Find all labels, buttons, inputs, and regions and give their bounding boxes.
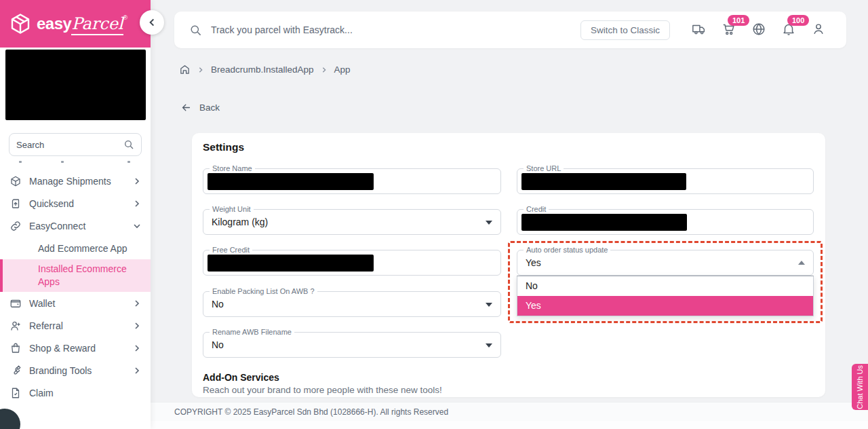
sidebar-item-label: EasyConnect xyxy=(29,221,133,231)
auto-order-status-dropdown: No Yes xyxy=(517,276,814,316)
packing-list-label: Enable Packing List On AWB ? xyxy=(210,287,317,295)
sidebar-item-claim[interactable]: Claim xyxy=(0,381,151,404)
cart-badge: 101 xyxy=(728,15,749,26)
chevron-right-icon xyxy=(321,67,328,73)
chat-widget-bubble[interactable] xyxy=(0,409,20,429)
sidebar-menu: Manage Shipments Quicksend EasyConnect A… xyxy=(0,170,151,404)
sidebar-collapse-button[interactable] xyxy=(140,10,164,35)
chevron-left-icon xyxy=(147,18,157,27)
weight-unit-select[interactable]: Weight Unit Kilogram (kg) xyxy=(203,209,501,235)
sidebar-item-branding-tools[interactable]: Branding Tools xyxy=(0,359,151,381)
search-icon xyxy=(123,139,134,150)
back-label: Back xyxy=(199,102,220,113)
credit-label: Credit xyxy=(524,205,549,213)
sidebar-item-label: Claim xyxy=(29,388,141,398)
clipped-menu-row xyxy=(0,160,151,165)
sidebar-item-wallet[interactable]: Wallet xyxy=(0,292,151,314)
dropdown-option-yes[interactable]: Yes xyxy=(517,296,813,316)
redacted-value xyxy=(521,214,687,231)
sidebar-item-label: Shop & Reward xyxy=(29,343,133,354)
sidebar-search-input[interactable] xyxy=(16,140,123,150)
chevron-right-icon xyxy=(133,367,141,375)
credit-field[interactable]: Credit xyxy=(517,209,814,235)
free-credit-field[interactable]: Free Credit xyxy=(203,250,501,276)
store-name-label: Store Name xyxy=(210,164,255,172)
switch-to-classic-button[interactable]: Switch to Classic xyxy=(580,20,670,40)
topbar: Switch to Classic 101 100 xyxy=(174,12,846,48)
chevron-right-icon xyxy=(133,344,141,352)
chevron-down-icon xyxy=(133,222,141,230)
redacted-value xyxy=(521,173,686,190)
topbar-search xyxy=(189,24,580,37)
store-url-label: Store URL xyxy=(524,164,564,172)
chat-with-us-label: Chat With Us xyxy=(856,365,864,409)
chevron-right-icon xyxy=(197,67,204,73)
user-icon[interactable] xyxy=(811,22,827,38)
footer: COPYRIGHT © 2025 EasyParcel Sdn Bhd (102… xyxy=(151,402,868,421)
track-parcel-input[interactable] xyxy=(211,24,496,35)
sidebar-item-add-ecommerce-app[interactable]: Add Ecommerce App xyxy=(0,237,151,259)
sidebar: easyParcel® Manage Shipments Quicksend E… xyxy=(0,0,151,429)
truck-icon[interactable] xyxy=(692,22,708,38)
back-button[interactable]: Back xyxy=(180,102,220,113)
wrench-icon xyxy=(9,365,22,377)
addon-services-subtitle: Reach out your brand to more people with… xyxy=(203,385,442,395)
sidebar-item-label: Manage Shipments xyxy=(29,176,133,187)
redacted-value xyxy=(208,255,374,272)
caret-up-icon xyxy=(798,261,805,265)
document-icon xyxy=(9,387,22,399)
copyright-text: COPYRIGHT © 2025 EasyParcel Sdn Bhd (102… xyxy=(174,407,448,417)
sidebar-item-label: Wallet xyxy=(29,298,133,309)
wallet-icon xyxy=(9,297,22,310)
person-plus-icon xyxy=(9,320,22,332)
addon-services-title: Add-On Services xyxy=(203,372,279,383)
caret-down-icon xyxy=(486,303,492,307)
settings-card: Settings Store Name Store URL Weight Uni… xyxy=(192,133,825,397)
brand-logo: easyParcel® xyxy=(37,14,127,33)
sidebar-item-shop-reward[interactable]: Shop & Reward xyxy=(0,337,151,359)
chevron-right-icon xyxy=(133,299,141,307)
sidebar-header: easyParcel® xyxy=(0,0,151,48)
dropdown-option-no[interactable]: No xyxy=(517,276,813,296)
sidebar-search xyxy=(9,133,142,156)
weight-unit-value: Kilogram (kg) xyxy=(212,210,268,234)
shopping-bag-icon xyxy=(9,342,22,354)
auto-order-status-select[interactable]: Auto order status update Yes xyxy=(517,250,814,276)
breadcrumb-app: App xyxy=(334,64,351,75)
packing-list-value: No xyxy=(212,292,224,316)
logo-cube-icon xyxy=(8,12,33,36)
sidebar-item-easyconnect[interactable]: EasyConnect xyxy=(0,214,151,237)
rename-awb-select[interactable]: Rename AWB Filename No xyxy=(203,332,501,358)
quicksend-icon xyxy=(9,198,22,210)
sidebar-item-referral[interactable]: Referral xyxy=(0,314,151,337)
sidebar-item-installed-ecommerce-apps[interactable]: Installed Ecommerce Apps xyxy=(0,259,151,292)
chevron-right-icon xyxy=(133,177,141,185)
chat-with-us-tab[interactable]: Chat With Us xyxy=(852,364,868,410)
packing-list-select[interactable]: Enable Packing List On AWB ? No xyxy=(203,291,501,317)
chevron-right-icon xyxy=(133,322,141,330)
sidebar-item-label: Referral xyxy=(29,320,133,331)
free-credit-label: Free Credit xyxy=(210,246,252,254)
sidebar-item-label: Quicksend xyxy=(29,198,133,209)
store-name-field[interactable]: Store Name xyxy=(203,168,501,194)
breadcrumb: Breadcrumb.InstalledApp App xyxy=(179,64,351,75)
arrow-left-icon xyxy=(180,102,192,113)
bell-badge: 100 xyxy=(787,15,809,26)
caret-down-icon xyxy=(486,343,492,348)
redacted-account-block xyxy=(5,50,146,120)
auto-order-status-value: Yes xyxy=(526,250,541,275)
sidebar-item-manage-shipments[interactable]: Manage Shipments xyxy=(0,170,151,192)
sidebar-item-quicksend[interactable]: Quicksend xyxy=(0,192,151,214)
rename-awb-value: No xyxy=(212,333,224,357)
settings-title: Settings xyxy=(203,141,244,153)
chevron-right-icon xyxy=(133,200,141,208)
footer-spacer xyxy=(151,421,868,429)
redacted-value xyxy=(208,173,374,190)
bell-icon[interactable]: 100 xyxy=(781,22,797,38)
cart-icon[interactable]: 101 xyxy=(722,22,738,38)
breadcrumb-installed-app[interactable]: Breadcrumb.InstalledApp xyxy=(211,64,314,75)
store-url-field[interactable]: Store URL xyxy=(517,168,814,194)
home-icon[interactable] xyxy=(179,64,191,75)
search-icon xyxy=(189,24,202,37)
globe-icon[interactable] xyxy=(751,22,768,38)
